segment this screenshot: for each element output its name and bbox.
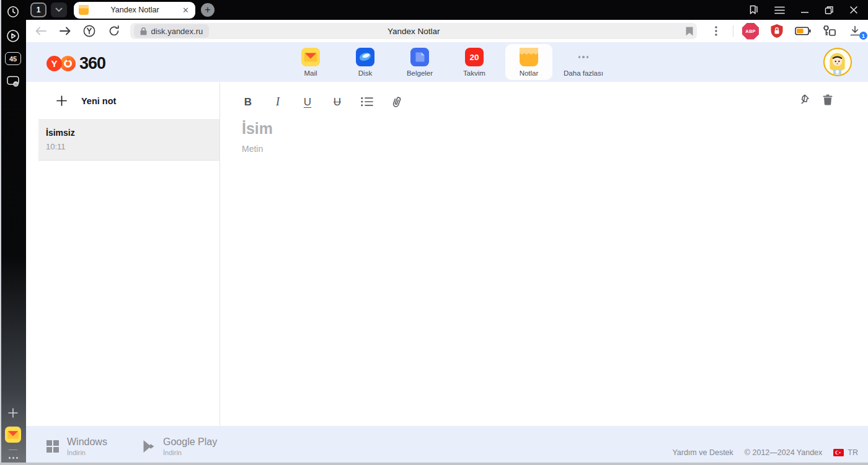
tab-counter[interactable]: 1 [30,2,46,17]
turkey-flag-icon [833,449,844,456]
omnibox-page-title: Yandex Notlar [130,27,697,36]
new-tab-button[interactable]: + [201,3,215,17]
rail-add-icon[interactable] [5,405,21,421]
delete-note-button[interactable] [823,94,833,105]
service-label: Disk [358,69,372,77]
language-switcher[interactable]: TR [833,448,858,457]
store-subtitle: İndirin [67,449,107,456]
yandex360-header: Y 360 Mail Disk Be [26,42,868,82]
service-label: Daha fazlası [564,69,603,77]
speed-score-value: 45 [9,55,17,63]
docs-app-icon [410,48,429,66]
window-edge-left [0,0,1,465]
disk-app-icon [356,48,374,66]
download-count-badge: 1 [859,32,867,40]
password-manager-icon[interactable] [821,25,837,38]
bullet-list-button[interactable] [361,97,373,107]
windows-download-link[interactable]: Windows İndirin [46,436,107,456]
reload-icon[interactable] [107,24,120,38]
restore-icon[interactable] [825,6,834,15]
tab-close-icon[interactable]: ✕ [181,5,190,16]
adblock-extension-icon[interactable]: ABP [742,23,759,40]
service-calendar[interactable]: 20 Takvim [451,44,498,80]
note-title-input[interactable]: İsim [242,120,834,138]
bullet-list-icon [361,97,373,107]
battery-icon[interactable] [795,27,811,35]
store-title: Windows [67,436,107,448]
attach-button[interactable] [391,95,403,108]
plus-icon [56,95,67,106]
service-mail[interactable]: Mail [287,44,334,80]
service-docs[interactable]: Belgeler [396,44,443,80]
notes-favicon [79,5,89,15]
store-title: Google Play [163,436,217,448]
tab-title: Yandex Notlar [89,6,181,14]
tab-count-value: 1 [37,6,41,14]
pin-icon [797,94,810,106]
service-notes[interactable]: Notlar [505,44,552,80]
page-footer: Windows İndirin Google Play İndirin Yard… [26,426,868,463]
pin-note-button[interactable] [797,94,810,106]
services-nav: Mail Disk Belgeler 20 Takvim [26,42,868,82]
yandex-logo-y-icon: Y [46,56,62,71]
rail-more-icon[interactable] [9,457,18,459]
notes-list-panel: Yeni not İsimsiz 10:11 [38,82,220,426]
note-list-item[interactable]: İsimsiz 10:11 [38,119,219,161]
note-body-input[interactable]: Metin [242,144,834,154]
new-note-label: Yeni not [81,96,116,106]
bookmark-icon[interactable] [686,27,693,36]
underline-button[interactable]: U [301,97,314,107]
trash-icon [823,94,833,105]
minimize-icon[interactable] [800,6,809,14]
user-avatar[interactable] [823,48,852,76]
notes-app-icon [520,48,538,66]
language-label: TR [848,448,858,457]
google-play-icon [143,440,155,453]
back-icon[interactable] [34,24,47,38]
lock-icon [140,27,147,35]
protect-shield-icon[interactable] [769,24,785,38]
note-title: İsimsiz [46,128,210,138]
strikethrough-button[interactable]: U [331,97,343,107]
downloads-icon[interactable]: 1 [847,25,863,37]
mail-shortcut-icon[interactable] [5,427,21,443]
tab-list-chevron-icon[interactable] [51,2,67,17]
close-window-icon[interactable] [849,6,858,14]
screenshot-icon[interactable] [5,73,21,89]
toolbar-divider [733,25,733,37]
sessions-play-icon[interactable] [5,28,21,44]
yandex-button-icon[interactable] [82,24,96,38]
service-label: Notlar [520,69,539,77]
address-bar[interactable]: disk.yandex.ru Yandex Notlar [130,23,697,39]
google-play-download-link[interactable]: Google Play İndirin [143,436,217,456]
bookmarks-panel-icon[interactable] [748,4,759,16]
help-support-link[interactable]: Yardım ve Destek [672,448,733,457]
note-actions [797,94,833,106]
copyright-text: © 2012—2024 Yandex [745,448,823,457]
italic-button[interactable]: I [272,96,284,107]
kebab-menu-icon[interactable] [708,26,724,36]
bold-button[interactable]: B [242,97,254,107]
calendar-app-icon: 20 [465,48,484,66]
new-note-button[interactable]: Yeni not [38,82,219,119]
more-services-icon [574,48,593,66]
speed-score-badge[interactable]: 45 [5,52,21,65]
calendar-day-number: 20 [469,53,479,62]
url-text: disk.yandex.ru [151,27,203,36]
service-label: Mail [304,69,317,77]
tab-bar: 1 Yandex Notlar ✕ + [26,0,868,20]
history-icon[interactable] [5,4,21,20]
url-chip[interactable]: disk.yandex.ru [134,24,209,38]
service-more[interactable]: Daha fazlası [560,44,607,80]
store-subtitle: İndirin [163,449,217,456]
windows-icon [46,440,59,453]
active-tab[interactable]: Yandex Notlar ✕ [74,2,195,19]
mail-app-icon [301,48,320,66]
service-label: Belgeler [407,69,433,77]
note-time: 10:11 [46,142,210,151]
service-disk[interactable]: Disk [342,44,389,80]
browser-sidebar: 45 [0,0,26,465]
forward-icon[interactable] [58,24,71,38]
menu-icon[interactable] [774,6,785,14]
note-editor[interactable]: B I U U [220,82,859,426]
